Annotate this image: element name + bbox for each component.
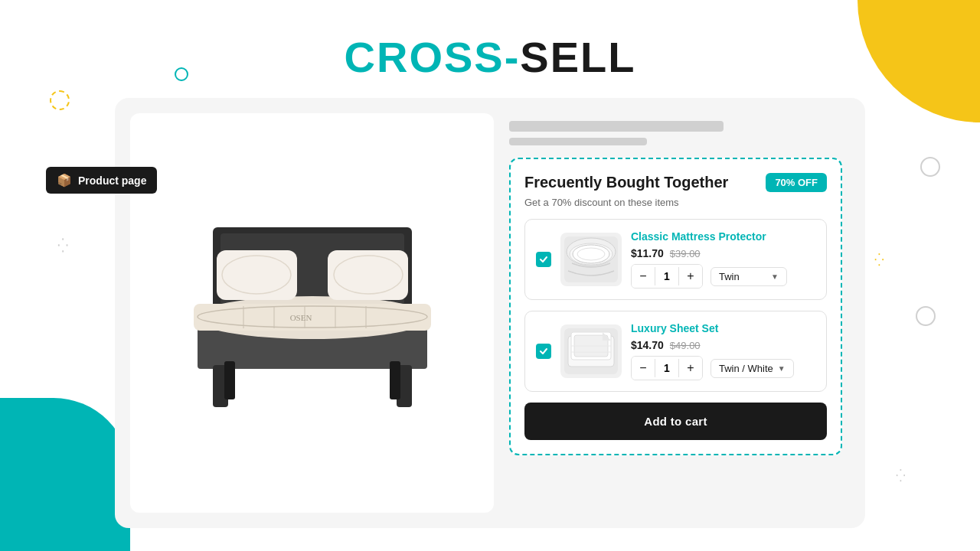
- product-details-2: Luxury Sheet Set $14.70 $49.00 − 1 + Twi…: [631, 322, 815, 380]
- widget-subtitle: Get a 70% discount on these items: [524, 197, 827, 208]
- deco-dots-right1: ⁛: [874, 253, 890, 268]
- product-thumb-1: [560, 233, 622, 286]
- deco-circle-yellow: [50, 90, 70, 110]
- qty-increase-2[interactable]: +: [679, 357, 702, 380]
- variant-select-1[interactable]: Twin ▼: [710, 267, 787, 286]
- deco-circle-right2: [916, 306, 936, 326]
- product-thumb-2: [560, 324, 622, 378]
- variant-select-2[interactable]: Twin / White ▼: [710, 359, 794, 378]
- product-item-2: Luxury Sheet Set $14.70 $49.00 − 1 + Twi…: [524, 311, 827, 392]
- product-name-2: Luxury Sheet Set: [631, 322, 815, 334]
- sheet-set-img: [560, 324, 622, 378]
- checkbox-1[interactable]: [536, 252, 551, 267]
- price-original-1: $39.00: [670, 248, 701, 259]
- widget-header: Frecuently Bought Together 70% OFF: [524, 173, 827, 192]
- chevron-2-icon: ▼: [778, 364, 786, 373]
- price-original-2: $49.00: [670, 340, 701, 351]
- qty-control-1: − 1 +: [631, 264, 703, 289]
- price-sale-1: $11.70: [631, 247, 664, 259]
- bed-image: OSEN: [167, 204, 458, 422]
- product-page-text: Product page: [78, 174, 146, 187]
- deco-dots-right2: ⁛: [896, 468, 911, 484]
- svg-rect-14: [390, 361, 400, 399]
- placeholder-bars: [509, 121, 842, 145]
- controls-row-2: − 1 + Twin / White ▼: [631, 356, 815, 380]
- svg-rect-13: [224, 361, 235, 399]
- page-title-wrap: CROSS-SELL: [0, 32, 980, 82]
- title-sell: SELL: [520, 33, 635, 81]
- product-details-1: Classic Mattress Protector $11.70 $39.00…: [631, 230, 815, 289]
- placeholder-bar-medium: [509, 138, 647, 145]
- main-container: OSEN Frecuently Bought Together 70% OFF …: [115, 98, 865, 528]
- add-to-cart-button[interactable]: Add to cart: [524, 403, 827, 440]
- svg-rect-4: [194, 304, 431, 331]
- price-row-2: $14.70 $49.00: [631, 339, 815, 351]
- checkmark-2-icon: [539, 347, 548, 356]
- box-icon: 📦: [57, 173, 72, 187]
- price-sale-2: $14.70: [631, 339, 664, 351]
- title-cross: CROSS-: [345, 33, 521, 81]
- price-row-1: $11.70 $39.00: [631, 247, 815, 259]
- chevron-1-icon: ▼: [771, 272, 779, 281]
- svg-rect-15: [217, 250, 297, 300]
- crosssell-widget: Frecuently Bought Together 70% OFF Get a…: [509, 158, 842, 455]
- qty-value-1: 1: [655, 267, 679, 285]
- product-item-1: Classic Mattress Protector $11.70 $39.00…: [524, 219, 827, 300]
- variant-label-2: Twin / White: [719, 363, 773, 374]
- svg-text:OSEN: OSEN: [289, 313, 312, 322]
- product-name-1: Classic Mattress Protector: [631, 230, 815, 243]
- deco-teal-corner: [0, 398, 130, 551]
- widget-title: Frecuently Bought Together: [524, 174, 728, 191]
- bed-svg: OSEN: [167, 204, 458, 419]
- page-title: CROSS-SELL: [345, 33, 636, 81]
- variant-label-1: Twin: [719, 271, 740, 282]
- checkmark-1-icon: [539, 255, 548, 264]
- qty-increase-1[interactable]: +: [679, 265, 702, 288]
- deco-circle-right1: [920, 157, 940, 177]
- product-page-label: 📦 Product page: [46, 167, 157, 194]
- deco-dots-left: ⁛: [57, 239, 73, 254]
- qty-decrease-1[interactable]: −: [632, 265, 655, 288]
- qty-value-2: 1: [655, 359, 679, 377]
- svg-rect-16: [328, 250, 408, 300]
- mattress-protector-img: [560, 233, 622, 286]
- checkbox-2[interactable]: [536, 344, 551, 359]
- right-panel: Frecuently Bought Together 70% OFF Get a…: [494, 113, 850, 513]
- discount-badge: 70% OFF: [766, 173, 827, 192]
- placeholder-bar-wide: [509, 121, 724, 132]
- left-panel: OSEN: [130, 113, 494, 513]
- qty-control-2: − 1 +: [631, 356, 703, 380]
- controls-row-1: − 1 + Twin ▼: [631, 264, 815, 289]
- qty-decrease-2[interactable]: −: [632, 357, 655, 380]
